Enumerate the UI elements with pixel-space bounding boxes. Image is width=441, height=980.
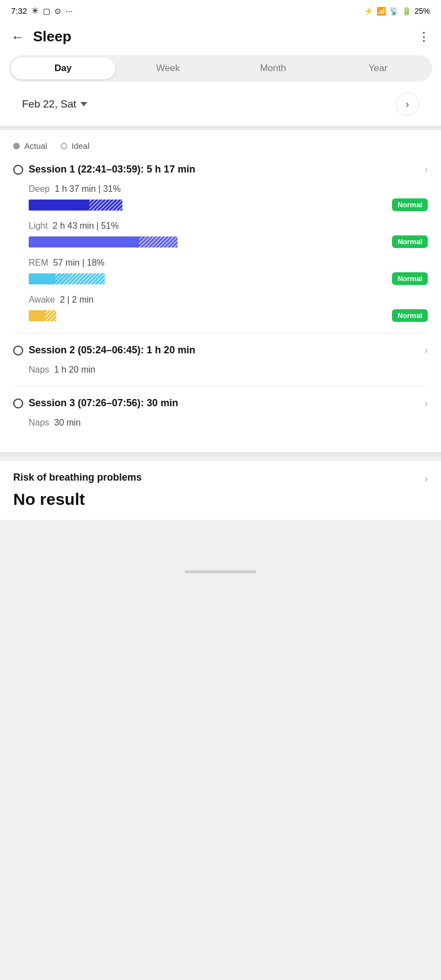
session-3-naps-label: Naps 30 min xyxy=(29,418,428,428)
actual-dot xyxy=(13,143,20,149)
signal-icon: 📶 xyxy=(377,7,386,15)
current-date: Feb 22, Sat xyxy=(22,98,76,110)
light-bar-solid xyxy=(29,236,139,247)
actual-label: Actual xyxy=(24,141,47,150)
session-1-block: Session 1 (22:41–03:59): 5 h 17 min › De… xyxy=(13,164,428,322)
date-navigation: Feb 22, Sat › xyxy=(0,90,441,126)
battery-icon: 🔋 xyxy=(402,7,411,15)
tabs-container: Day Week Month Year xyxy=(0,55,441,90)
awake-bar-container xyxy=(29,310,385,321)
home-bar xyxy=(185,570,256,573)
tab-month[interactable]: Month xyxy=(221,57,325,79)
session-2-block: Session 2 (05:24–06:45): 1 h 20 min › Na… xyxy=(13,344,428,375)
session-divider-1 xyxy=(13,333,428,333)
deep-detail: 1 h 37 min | 31% xyxy=(55,184,121,193)
session-1-circle xyxy=(13,165,23,175)
rem-badge: Normal xyxy=(392,272,428,285)
session-3-title: Session 3 (07:26–07:56): 30 min xyxy=(29,397,419,409)
tab-year[interactable]: Year xyxy=(326,57,431,79)
date-nav-inner: Feb 22, Sat › xyxy=(11,93,430,116)
ideal-dot xyxy=(61,143,67,149)
separator-2 xyxy=(0,452,441,456)
sleep-data-card: Actual Ideal Session 1 (22:41–03:59): 5 … xyxy=(0,130,441,452)
session-1-chevron: › xyxy=(424,164,428,175)
header: ← Sleep ⋮ xyxy=(0,19,441,55)
session-3-naps-block: Naps 30 min xyxy=(29,418,428,428)
date-dropdown-arrow xyxy=(80,102,87,106)
home-indicator xyxy=(0,564,441,580)
rem-label: REM 57 min | 18% xyxy=(29,258,428,268)
session-2-header[interactable]: Session 2 (05:24–06:45): 1 h 20 min › xyxy=(13,344,428,356)
awake-detail: 2 | 2 min xyxy=(60,295,94,304)
deep-bar-solid xyxy=(29,200,89,211)
breathing-result: No result xyxy=(13,490,428,509)
back-button[interactable]: ← xyxy=(11,29,24,45)
camera-icon: ⊙ xyxy=(55,7,61,15)
battery-percent: 25% xyxy=(415,7,430,15)
session-1-title: Session 1 (22:41–03:59): 5 h 17 min xyxy=(29,164,419,175)
deep-sleep-block: Deep 1 h 37 min | 31% Normal xyxy=(29,184,428,211)
status-left: 7:32 ✳ ▢ ⊙ ··· xyxy=(11,6,73,16)
deep-bar-container xyxy=(29,200,385,211)
legend-actual: Actual xyxy=(13,141,47,150)
time-display: 7:32 xyxy=(11,6,27,15)
session-2-naps-block: Naps 1 h 20 min xyxy=(29,365,428,375)
rem-detail: 57 min | 18% xyxy=(53,258,104,267)
tab-day[interactable]: Day xyxy=(11,57,115,79)
session-2-title: Session 2 (05:24–06:45): 1 h 20 min xyxy=(29,344,419,356)
rem-bar-row: Normal xyxy=(29,272,428,285)
awake-badge: Normal xyxy=(392,309,428,322)
deep-bar-hatched xyxy=(89,200,122,211)
deep-badge: Normal xyxy=(392,198,428,211)
light-bar-container xyxy=(29,236,385,247)
light-detail: 2 h 43 min | 51% xyxy=(53,221,119,230)
breathing-card-header[interactable]: Risk of breathing problems › xyxy=(13,472,428,486)
breathing-card-chevron: › xyxy=(424,473,428,484)
wifi-icon: 📡 xyxy=(389,7,399,15)
session-2-naps-detail: 1 h 20 min xyxy=(54,365,95,374)
tab-week[interactable]: Week xyxy=(116,57,220,79)
session-divider-2 xyxy=(13,386,428,386)
session-2-chevron: › xyxy=(424,344,428,356)
next-date-button[interactable]: › xyxy=(396,93,419,116)
session-2-naps-label: Naps 1 h 20 min xyxy=(29,365,428,375)
session-3-circle xyxy=(13,399,23,408)
light-badge: Normal xyxy=(392,235,428,248)
session-2-circle xyxy=(13,346,23,356)
rem-sleep-block: REM 57 min | 18% Normal xyxy=(29,258,428,285)
deep-label: Deep 1 h 37 min | 31% xyxy=(29,184,428,194)
more-menu-button[interactable]: ⋮ xyxy=(418,30,430,44)
rem-bar-container xyxy=(29,273,385,284)
session-1-header[interactable]: Session 1 (22:41–03:59): 5 h 17 min › xyxy=(13,164,428,175)
session-3-naps-detail: 30 min xyxy=(54,418,80,427)
separator-1 xyxy=(0,126,441,130)
legend: Actual Ideal xyxy=(13,141,428,150)
breathing-card-title: Risk of breathing problems xyxy=(13,472,142,483)
awake-bar-solid xyxy=(29,310,45,321)
rem-bar-hatched xyxy=(55,273,105,284)
bluetooth-icon: ⚡ xyxy=(364,7,373,15)
awake-block: Awake 2 | 2 min Normal xyxy=(29,295,428,322)
view-tabs: Day Week Month Year xyxy=(9,55,432,82)
awake-bar-row: Normal xyxy=(29,309,428,322)
legend-ideal: Ideal xyxy=(61,141,90,150)
bottom-spacer xyxy=(0,520,441,564)
session-3-header[interactable]: Session 3 (07:26–07:56): 30 min › xyxy=(13,397,428,409)
square-icon: ▢ xyxy=(43,7,50,15)
settings-icon: ✳ xyxy=(31,6,39,16)
status-bar: 7:32 ✳ ▢ ⊙ ··· ⚡ 📶 📡 🔋 25% xyxy=(0,0,441,19)
light-sleep-block: Light 2 h 43 min | 51% Normal xyxy=(29,221,428,248)
date-selector[interactable]: Feb 22, Sat xyxy=(22,98,87,110)
awake-label: Awake 2 | 2 min xyxy=(29,295,428,305)
session-3-block: Session 3 (07:26–07:56): 30 min › Naps 3… xyxy=(13,397,428,428)
chevron-right-icon: › xyxy=(406,99,409,110)
rem-bar-solid xyxy=(29,273,55,284)
light-bar-row: Normal xyxy=(29,235,428,248)
light-bar-hatched xyxy=(139,236,178,247)
deep-bar-row: Normal xyxy=(29,198,428,211)
header-left: ← Sleep xyxy=(11,28,71,45)
breathing-card: Risk of breathing problems › No result xyxy=(0,461,441,520)
page-title: Sleep xyxy=(33,28,71,45)
ideal-label: Ideal xyxy=(72,141,90,150)
status-right: ⚡ 📶 📡 🔋 25% xyxy=(364,7,430,15)
